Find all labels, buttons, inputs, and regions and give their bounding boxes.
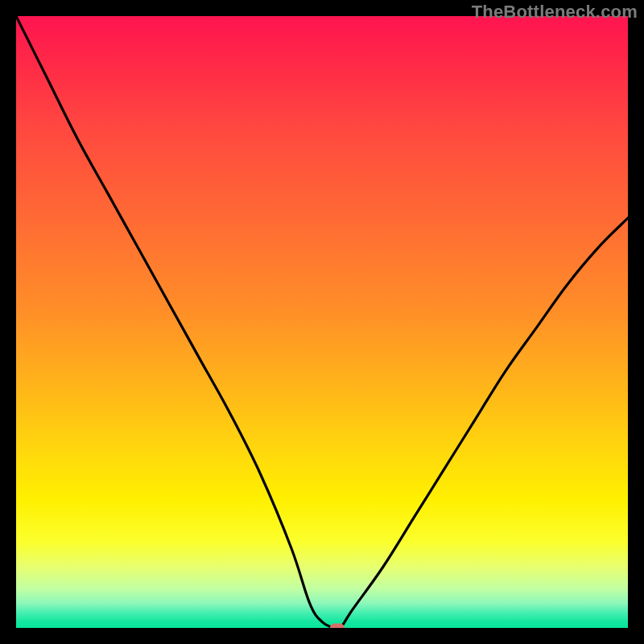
bottleneck-curve <box>16 16 628 628</box>
watermark-text: TheBottleneck.com <box>472 2 638 23</box>
chart-frame: TheBottleneck.com <box>0 0 644 644</box>
plot-area <box>16 16 628 628</box>
optimal-point-marker <box>330 624 345 629</box>
